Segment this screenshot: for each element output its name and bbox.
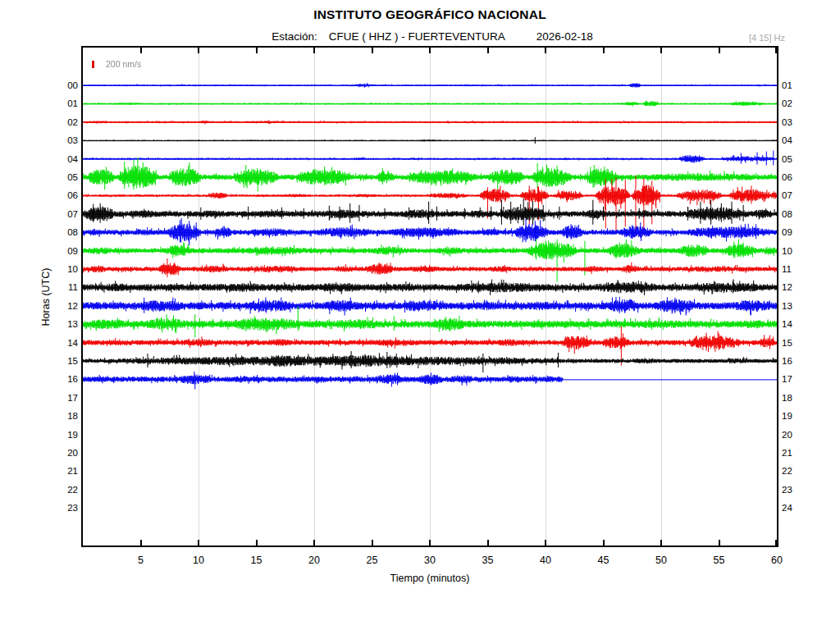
hour-label-right: 23: [782, 485, 803, 495]
x-tick-label: 10: [193, 555, 204, 566]
x-tick-label: 45: [598, 555, 609, 566]
hour-label-right: 21: [782, 448, 803, 458]
hour-label-right: 07: [782, 190, 803, 200]
hour-label-left: 06: [57, 190, 78, 200]
hour-label-right: 03: [782, 117, 803, 127]
x-tick-label: 60: [771, 555, 783, 566]
hour-label-left: 21: [57, 466, 78, 476]
x-tick-label: 35: [482, 555, 494, 566]
hour-label-left: 00: [57, 80, 78, 90]
hour-label-right: 11: [782, 264, 803, 274]
x-tick-label: 55: [714, 555, 725, 566]
scale-label: 200 nm/s: [106, 59, 141, 69]
hour-label-right: 17: [782, 374, 803, 384]
hour-label-right: 20: [782, 430, 803, 440]
hour-label-left: 15: [57, 356, 78, 366]
x-axis-title: Tiempo (minutos): [390, 573, 470, 584]
station-name: CFUE ( HHZ ) - FUERTEVENTURA: [329, 30, 505, 43]
helicorder-page: INSTITUTO GEOGRÁFICO NACIONAL Estación:C…: [0, 0, 840, 630]
hour-label-left: 10: [57, 264, 78, 274]
hour-label-left: 16: [57, 374, 78, 384]
hour-label-right: 16: [782, 356, 803, 366]
y-axis-title: Horas (UTC): [40, 268, 52, 326]
hour-label-left: 02: [57, 117, 78, 127]
hour-label-left: 05: [57, 172, 78, 182]
hour-label-right: 14: [782, 319, 803, 329]
hour-label-right: 05: [782, 154, 803, 164]
plot-date: 2026-02-18: [536, 30, 593, 43]
hour-label-right: 06: [782, 172, 803, 182]
hour-label-right: 19: [782, 411, 803, 421]
x-tick-label: 40: [540, 555, 551, 566]
hour-label-right: 04: [782, 135, 803, 145]
hour-label-right: 09: [782, 227, 803, 237]
hour-label-right: 15: [782, 338, 803, 348]
hour-label-left: 08: [57, 227, 78, 237]
hour-label-left: 07: [57, 209, 78, 219]
hour-label-left: 11: [57, 282, 78, 292]
hour-label-left: 01: [57, 98, 78, 108]
hour-label-right: 01: [782, 80, 803, 90]
hour-label-right: 22: [782, 466, 803, 476]
x-tick-label: 5: [138, 555, 144, 566]
hour-label-left: 12: [57, 301, 78, 311]
hour-label-left: 22: [57, 485, 78, 495]
hour-label-left: 09: [57, 246, 78, 256]
hour-label-left: 14: [57, 338, 78, 348]
hour-label-right: 08: [782, 209, 803, 219]
hour-label-left: 19: [57, 430, 78, 440]
hour-label-right: 12: [782, 282, 803, 292]
hour-label-left: 18: [57, 411, 78, 421]
amplitude-scale-legend: 200 nm/s: [92, 59, 141, 69]
station-label: Estación:: [272, 30, 317, 43]
station-subtitle: Estación:CFUE ( HHZ ) - FUERTEVENTURA202…: [272, 30, 593, 43]
hour-label-right: 18: [782, 393, 803, 403]
scale-bar-icon: [92, 61, 94, 68]
x-tick-label: 20: [308, 555, 320, 566]
x-tick-label: 50: [655, 555, 667, 566]
hour-label-right: 10: [782, 246, 803, 256]
hour-label-left: 13: [57, 319, 78, 329]
hour-label-left: 03: [57, 135, 78, 145]
page-title: INSTITUTO GEOGRÁFICO NACIONAL: [313, 7, 546, 22]
hour-label-right: 13: [782, 301, 803, 311]
hour-label-right: 24: [782, 503, 803, 513]
filter-band-label: [4 15] Hz: [749, 33, 785, 43]
x-tick-label: 25: [367, 555, 378, 566]
seismogram-canvas: [83, 48, 777, 546]
hour-label-left: 04: [57, 154, 78, 164]
hour-label-left: 23: [57, 503, 78, 513]
hour-label-left: 20: [57, 448, 78, 458]
x-tick-label: 30: [424, 555, 436, 566]
hour-label-left: 17: [57, 393, 78, 403]
x-tick-label: 15: [251, 555, 262, 566]
hour-label-right: 02: [782, 98, 803, 108]
